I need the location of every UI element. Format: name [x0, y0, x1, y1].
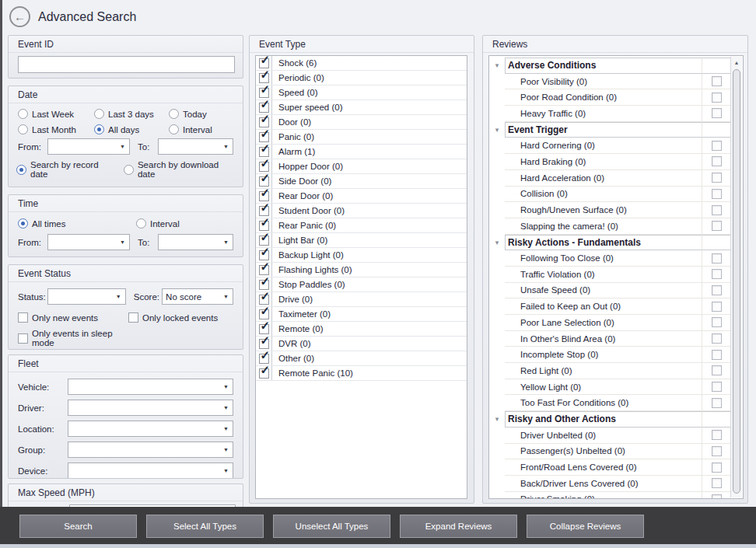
review-row[interactable]: Poor Visibility (0)	[489, 74, 730, 90]
date-radio-option[interactable]: All days	[94, 124, 169, 134]
review-checkbox[interactable]	[712, 350, 722, 360]
review-row[interactable]: Back/Driver Lens Covered (0)	[489, 476, 730, 492]
checkbox-icon[interactable]	[128, 312, 138, 323]
review-checkbox[interactable]	[712, 108, 722, 118]
review-row[interactable]: ▾ Risky and Other Actions	[489, 411, 730, 428]
event-type-row[interactable]: ✓ Stop Paddles (0)	[256, 277, 467, 292]
review-row[interactable]: Too Fast For Conditions (0)	[489, 395, 730, 411]
fleet-field-dropdown[interactable]: ▼	[68, 442, 233, 458]
radio-icon[interactable]	[16, 165, 26, 175]
footer-button[interactable]: Select All Types	[146, 515, 264, 538]
event-type-row[interactable]: ✓ Remote Panic (10)	[256, 366, 467, 381]
review-checkbox[interactable]	[712, 462, 722, 473]
date-from-dropdown[interactable]: ▼	[47, 138, 130, 155]
review-checkbox[interactable]	[712, 398, 722, 408]
event-type-row[interactable]: ✓ Side Door (0)	[256, 174, 467, 189]
scrollbar-thumb[interactable]	[733, 69, 740, 494]
checkbox-icon[interactable]	[18, 312, 28, 323]
time-to-dropdown[interactable]: ▼	[158, 234, 233, 250]
review-row[interactable]: Hard Braking (0)	[489, 154, 730, 170]
review-row[interactable]: In Other's Blind Area (0)	[489, 331, 730, 347]
review-row[interactable]: Driver Smoking (0)	[489, 492, 730, 498]
review-checkbox[interactable]	[712, 189, 722, 199]
radio-icon[interactable]	[169, 124, 179, 134]
status-dropdown[interactable]: ▼	[47, 288, 126, 305]
event-type-row[interactable]: ✓ Taximeter (0)	[256, 307, 467, 322]
review-checkbox[interactable]	[712, 76, 722, 86]
review-row[interactable]: Passenger(s) Unbelted (0)	[489, 444, 730, 460]
review-row[interactable]: Traffic Violation (0)	[489, 267, 730, 283]
radio-icon[interactable]	[94, 124, 104, 134]
event-type-row[interactable]: ✓ Hopper Door (0)	[256, 159, 467, 174]
review-checkbox[interactable]	[712, 92, 722, 103]
review-checkbox[interactable]	[712, 173, 722, 183]
event-status-checkbox-option[interactable]: Only locked events	[128, 312, 233, 323]
event-type-row[interactable]: ✓ Student Door (0)	[256, 204, 467, 218]
event-type-checkbox[interactable]: ✓	[259, 368, 269, 379]
review-checkbox[interactable]	[712, 430, 722, 440]
collapse-arrow-icon[interactable]: ▾	[495, 415, 499, 423]
review-checkbox[interactable]	[712, 494, 722, 498]
checkbox-icon[interactable]	[18, 333, 28, 344]
review-row[interactable]: Hard Cornering (0)	[489, 138, 730, 154]
review-checkbox[interactable]	[712, 333, 722, 344]
radio-icon[interactable]	[136, 218, 146, 229]
event-type-row[interactable]: ✓ Panic (0)	[256, 130, 467, 145]
review-row[interactable]: Poor Lane Selection (0)	[489, 315, 730, 331]
review-row[interactable]: Unsafe Speed (0)	[489, 283, 730, 299]
date-mode-option[interactable]: Search by record date	[16, 160, 115, 179]
review-checkbox[interactable]	[712, 156, 722, 166]
review-row[interactable]: ▾ Risky Actions - Fundamentals	[489, 235, 730, 251]
event-type-row[interactable]: ✓ Drive (0)	[256, 292, 467, 307]
date-radio-option[interactable]: Last 3 days	[94, 109, 169, 119]
event-type-row[interactable]: ✓ Light Bar (0)	[256, 233, 467, 248]
review-row[interactable]: Rough/Uneven Surface (0)	[489, 202, 730, 218]
score-dropdown[interactable]: No score ▼	[162, 288, 233, 305]
review-row[interactable]: Incomplete Stop (0)	[489, 347, 730, 363]
radio-icon[interactable]	[169, 109, 179, 119]
review-checkbox[interactable]	[712, 253, 722, 264]
event-id-input[interactable]	[18, 56, 235, 73]
collapse-arrow-icon[interactable]: ▾	[495, 61, 499, 69]
review-checkbox[interactable]	[712, 365, 722, 375]
review-checkbox[interactable]	[712, 382, 722, 392]
footer-button[interactable]: Expand Reviews	[400, 515, 517, 538]
radio-icon[interactable]	[94, 109, 104, 119]
event-type-row[interactable]: ✓ Shock (6)	[256, 56, 467, 71]
event-status-checkbox-option[interactable]: Only events in sleep mode	[18, 329, 128, 347]
radio-icon[interactable]	[18, 218, 28, 229]
review-checkbox[interactable]	[712, 317, 722, 327]
date-radio-option[interactable]: Last Week	[18, 109, 94, 119]
radio-icon[interactable]	[18, 109, 28, 119]
event-type-row[interactable]: ✓ DVR (0)	[256, 337, 467, 351]
fleet-field-dropdown[interactable]: ▼	[68, 400, 233, 416]
review-row[interactable]: Front/Road Lens Covered (0)	[489, 459, 730, 476]
review-checkbox[interactable]	[712, 478, 722, 488]
reviews-scrollbar[interactable]: ▲	[730, 57, 742, 497]
event-type-row[interactable]: ✓ Rear Door (0)	[256, 189, 467, 204]
fleet-field-dropdown[interactable]: ▼	[68, 462, 233, 479]
time-radio-option[interactable]: All times	[18, 218, 136, 229]
review-checkbox[interactable]	[712, 205, 722, 215]
date-radio-option[interactable]: Last Month	[18, 124, 94, 134]
review-checkbox[interactable]	[712, 446, 722, 456]
scroll-up-icon[interactable]: ▲	[731, 57, 742, 68]
footer-button[interactable]: Unselect All Types	[273, 515, 390, 538]
collapse-arrow-icon[interactable]: ▾	[495, 126, 499, 134]
event-type-row[interactable]: ✓ Alarm (1)	[256, 145, 467, 159]
event-type-row[interactable]: ✓ Rear Panic (0)	[256, 218, 467, 233]
review-checkbox[interactable]	[712, 285, 722, 295]
review-checkbox[interactable]	[712, 269, 722, 279]
review-row[interactable]: Failed to Keep an Out (0)	[489, 298, 730, 315]
date-to-dropdown[interactable]: ▼	[158, 138, 233, 155]
back-button[interactable]: ←	[9, 6, 30, 27]
date-radio-option[interactable]: Interval	[169, 124, 233, 134]
time-from-dropdown[interactable]: ▼	[47, 234, 130, 250]
event-type-row[interactable]: ✓ Other (0)	[256, 351, 467, 366]
review-checkbox[interactable]	[712, 141, 722, 151]
event-type-row[interactable]: ✓ Remote (0)	[256, 322, 467, 337]
review-row[interactable]: Yellow Light (0)	[489, 379, 730, 396]
event-status-checkbox-option[interactable]: Only new events	[18, 312, 128, 323]
event-type-row[interactable]: ✓ Speed (0)	[256, 86, 467, 100]
review-row[interactable]: Driver Unbelted (0)	[489, 428, 730, 444]
